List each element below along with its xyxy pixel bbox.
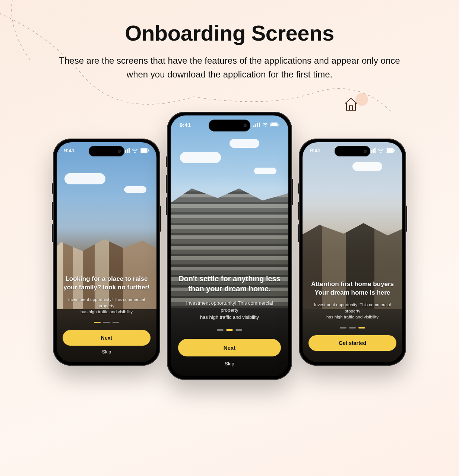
dynamic-island xyxy=(209,120,250,131)
onboarding-subtext: Investment opportunity! This commercial … xyxy=(178,300,281,321)
status-time: 9:41 xyxy=(310,147,320,153)
battery-icon xyxy=(386,148,395,153)
wifi-icon xyxy=(262,123,268,127)
svg-rect-2 xyxy=(127,149,128,153)
page-dot xyxy=(235,329,242,331)
svg-rect-5 xyxy=(141,149,147,152)
page-dot xyxy=(226,329,233,331)
phone-mockups-row: 9:41 Looking for a place to raise your f… xyxy=(0,112,459,380)
page-indicator xyxy=(63,322,151,323)
svg-rect-16 xyxy=(373,149,374,153)
phone-mockup-1: 9:41 Looking for a place to raise your f… xyxy=(53,139,160,366)
battery-icon xyxy=(140,148,149,153)
svg-rect-8 xyxy=(255,124,256,127)
phone-mockup-3: 9:41 Attention first home buyers Your dr… xyxy=(299,139,406,366)
next-button[interactable]: Next xyxy=(63,330,151,346)
status-time: 9:41 xyxy=(64,147,75,153)
page-dot xyxy=(103,322,110,323)
page-dot xyxy=(340,327,346,329)
svg-rect-3 xyxy=(129,148,130,153)
battery-icon xyxy=(270,123,279,127)
phone-mockup-2: 9:41 Don't settle for anything less than… xyxy=(167,112,292,380)
page-dot xyxy=(358,327,365,329)
page-indicator xyxy=(308,327,396,329)
svg-rect-9 xyxy=(257,123,258,127)
svg-rect-6 xyxy=(148,150,149,152)
svg-rect-20 xyxy=(394,150,395,152)
svg-rect-10 xyxy=(259,123,260,127)
status-time: 9:41 xyxy=(180,122,191,128)
page-title: Onboarding Screens xyxy=(30,20,429,45)
skip-button[interactable]: Skip xyxy=(63,346,151,355)
onboarding-heading: Don't settle for anything less than your… xyxy=(178,274,281,294)
page-dot xyxy=(349,327,356,329)
wifi-icon xyxy=(132,148,138,153)
onboarding-subtext: Investment opportunity! This commercial … xyxy=(63,296,151,315)
dynamic-island xyxy=(89,146,124,156)
svg-rect-17 xyxy=(374,148,376,153)
page-dot xyxy=(217,329,224,331)
svg-rect-12 xyxy=(271,123,278,126)
page-dot xyxy=(94,322,101,323)
dynamic-island xyxy=(335,146,370,156)
svg-rect-15 xyxy=(371,150,372,153)
svg-rect-7 xyxy=(253,126,254,127)
onboarding-heading: Looking for a place to raise your family… xyxy=(63,275,151,292)
page-subtitle: These are the screens that have the feat… xyxy=(51,54,408,81)
get-started-button[interactable]: Get started xyxy=(308,335,396,351)
next-button[interactable]: Next xyxy=(178,339,281,356)
svg-rect-1 xyxy=(125,150,126,153)
onboarding-subtext: Investment opportunity! This commercial … xyxy=(308,302,396,320)
skip-button[interactable]: Skip xyxy=(178,356,281,366)
svg-rect-19 xyxy=(387,149,393,152)
cellular-signal-icon xyxy=(253,123,260,127)
wifi-icon xyxy=(378,148,384,153)
svg-rect-13 xyxy=(279,124,279,126)
page-dot xyxy=(113,322,119,323)
onboarding-heading: Attention first home buyers Your dream h… xyxy=(308,280,396,297)
page-indicator xyxy=(178,329,281,331)
